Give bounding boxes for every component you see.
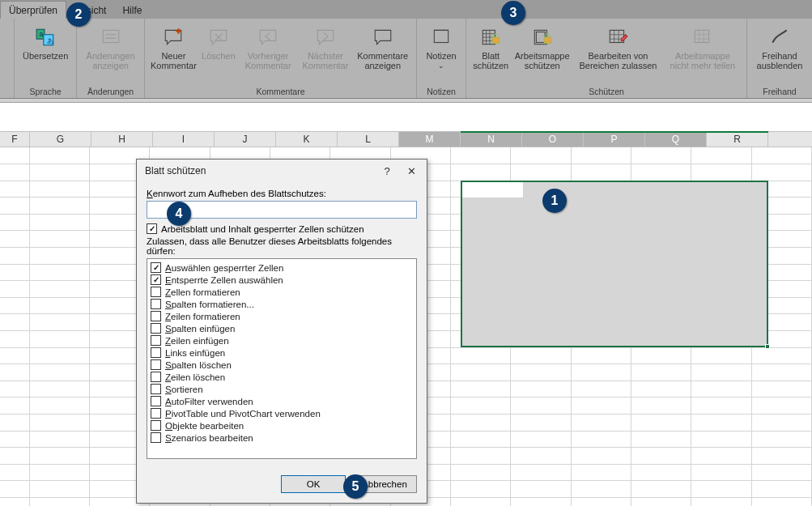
cell[interactable]: [0, 464, 29, 481]
show-changes-button[interactable]: Änderungen anzeigen: [82, 22, 139, 86]
colhead[interactable]: P: [584, 132, 645, 147]
cell[interactable]: [691, 347, 751, 364]
permission-row[interactable]: Zeilen löschen: [151, 371, 413, 383]
cell[interactable]: [29, 381, 89, 398]
colhead[interactable]: J: [215, 132, 276, 147]
cell[interactable]: [751, 448, 811, 465]
cell[interactable]: [511, 398, 571, 415]
permission-checkbox[interactable]: [151, 384, 161, 394]
cell[interactable]: [631, 481, 691, 498]
hide-ink-button[interactable]: Freihand ausblenden: [752, 22, 807, 86]
cell[interactable]: [751, 497, 811, 506]
permission-row[interactable]: Links einfügen: [151, 347, 413, 359]
cell[interactable]: [0, 281, 29, 298]
cell[interactable]: [29, 347, 89, 364]
cell[interactable]: [691, 147, 751, 164]
colhead[interactable]: R: [707, 132, 768, 147]
cell[interactable]: [511, 481, 571, 498]
permission-checkbox[interactable]: [151, 347, 161, 358]
cell[interactable]: [450, 497, 510, 506]
colhead[interactable]: Q: [645, 132, 707, 147]
translate-button[interactable]: aあ Übersetzen: [19, 22, 71, 86]
cell[interactable]: [751, 481, 811, 498]
permission-row[interactable]: Entsperrte Zellen auswählen: [151, 274, 413, 286]
cell[interactable]: [511, 415, 571, 432]
cell[interactable]: [450, 381, 510, 398]
cell[interactable]: [0, 147, 29, 164]
cell[interactable]: [29, 431, 89, 448]
permission-checkbox[interactable]: [151, 432, 161, 443]
cell[interactable]: [691, 164, 751, 181]
cell[interactable]: [631, 147, 691, 164]
delete-comment-button[interactable]: Löschen: [199, 22, 238, 86]
close-button[interactable]: ✕: [399, 163, 423, 180]
permission-row[interactable]: PivotTable und PivotChart verwenden: [151, 407, 413, 419]
cell[interactable]: [571, 381, 631, 398]
cell[interactable]: [751, 431, 811, 448]
permission-checkbox[interactable]: [151, 311, 161, 321]
cell[interactable]: [0, 415, 29, 432]
cell[interactable]: [0, 497, 29, 506]
colhead[interactable]: K: [276, 132, 338, 147]
cell[interactable]: [0, 231, 29, 248]
cell[interactable]: [571, 415, 631, 432]
cell[interactable]: [29, 248, 89, 265]
cell[interactable]: [450, 164, 510, 181]
cell[interactable]: [0, 264, 29, 281]
cell[interactable]: [571, 398, 631, 415]
cell[interactable]: [29, 231, 89, 248]
cell[interactable]: [29, 364, 89, 381]
cell[interactable]: [0, 181, 29, 198]
permission-row[interactable]: Spalten formatieren...: [151, 298, 413, 310]
permission-row[interactable]: Spalten löschen: [151, 359, 413, 371]
cell[interactable]: [631, 398, 691, 415]
permission-checkbox[interactable]: [151, 420, 161, 431]
cell[interactable]: [571, 347, 631, 364]
cell[interactable]: [511, 364, 571, 381]
cell[interactable]: [0, 347, 29, 364]
cell[interactable]: [511, 147, 571, 164]
cell[interactable]: [29, 181, 89, 198]
cell[interactable]: [29, 314, 89, 331]
cell[interactable]: [29, 281, 89, 298]
cell[interactable]: [0, 248, 29, 265]
cell[interactable]: [571, 147, 631, 164]
cell[interactable]: [571, 481, 631, 498]
cell[interactable]: [631, 415, 691, 432]
cell[interactable]: [29, 164, 89, 181]
cell[interactable]: [450, 464, 510, 481]
cell[interactable]: [751, 147, 811, 164]
cell[interactable]: [571, 364, 631, 381]
permission-checkbox[interactable]: [151, 372, 161, 382]
show-comments-button[interactable]: Kommentare anzeigen: [354, 22, 411, 86]
cell[interactable]: [511, 347, 571, 364]
cell[interactable]: [511, 448, 571, 465]
cell[interactable]: [631, 431, 691, 448]
cell[interactable]: [29, 198, 89, 215]
cell[interactable]: [691, 431, 751, 448]
prev-comment-button[interactable]: Vorheriger Kommentar: [240, 22, 297, 86]
cell[interactable]: [571, 448, 631, 465]
cell[interactable]: [691, 415, 751, 432]
cell[interactable]: [450, 415, 510, 432]
cell[interactable]: [0, 364, 29, 381]
cell[interactable]: [29, 147, 89, 164]
cell[interactable]: [29, 214, 89, 231]
permission-checkbox[interactable]: [151, 408, 161, 419]
allow-edit-ranges-button[interactable]: Bearbeiten von Bereichen zulassen: [574, 22, 662, 86]
fill-handle[interactable]: [765, 344, 770, 349]
cell[interactable]: [631, 464, 691, 481]
cell[interactable]: [0, 331, 29, 348]
cell[interactable]: [0, 164, 29, 181]
permission-checkbox[interactable]: [151, 359, 161, 370]
cell[interactable]: [751, 347, 811, 364]
cell[interactable]: [29, 297, 89, 314]
permission-row[interactable]: Spalten einfügen: [151, 322, 413, 334]
cell[interactable]: [450, 481, 510, 498]
colhead[interactable]: O: [522, 132, 584, 147]
cell[interactable]: [631, 381, 691, 398]
cell[interactable]: [751, 164, 811, 181]
cell[interactable]: [450, 431, 510, 448]
cell[interactable]: [691, 381, 751, 398]
cell[interactable]: [0, 198, 29, 215]
